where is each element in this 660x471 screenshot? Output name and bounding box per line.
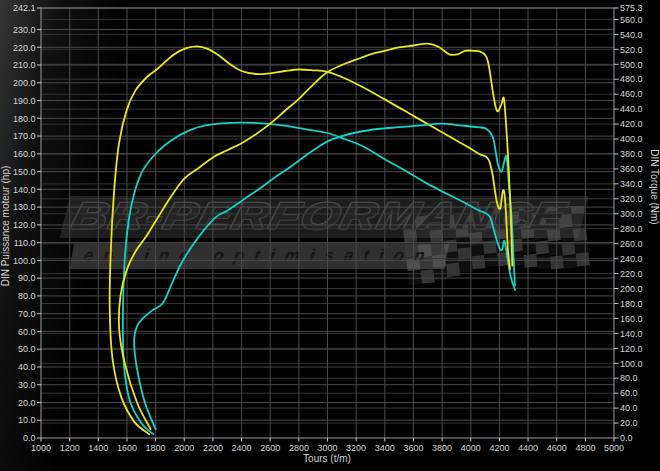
x-tick-label: 4600 bbox=[547, 443, 567, 453]
x-tick-label: 2800 bbox=[289, 443, 309, 453]
x-tick-label: 3400 bbox=[375, 443, 395, 453]
left-tick-label: 0.0 bbox=[23, 433, 36, 443]
right-tick-label: 100.0 bbox=[620, 359, 643, 369]
x-axis-title: Tours (t/m) bbox=[303, 453, 351, 464]
left-tick-label: 160.0 bbox=[13, 149, 36, 159]
right-tick-label: 20.0 bbox=[620, 418, 638, 428]
right-tick-label: 40.0 bbox=[620, 403, 638, 413]
right-tick-label: 260.0 bbox=[620, 239, 643, 249]
right-tick-label: 320.0 bbox=[620, 194, 643, 204]
right-tick-label: 400.0 bbox=[620, 134, 643, 144]
left-tick-label: 110.0 bbox=[14, 238, 36, 248]
right-tick-label: 0.0 bbox=[620, 433, 633, 443]
left-tick-label: 130.0 bbox=[13, 202, 36, 212]
right-tick-label: 480.0 bbox=[620, 74, 643, 84]
x-tick-label: 2600 bbox=[260, 443, 280, 453]
right-tick-label: 440.0 bbox=[620, 104, 643, 114]
right-tick-label: 340.0 bbox=[620, 179, 643, 189]
left-tick-label: 10.0 bbox=[18, 415, 36, 425]
left-axis-title: DIN Puissance moteur (hp) bbox=[0, 166, 11, 287]
right-tick-label: 200.0 bbox=[620, 284, 643, 294]
right-tick-label: 575.3 bbox=[620, 3, 643, 13]
left-tick-label: 210.0 bbox=[13, 60, 36, 70]
right-tick-label: 280.0 bbox=[620, 224, 643, 234]
x-tick-label: 1600 bbox=[117, 443, 137, 453]
left-tick-label: 70.0 bbox=[18, 309, 36, 319]
left-tick-label: 50.0 bbox=[18, 344, 36, 354]
left-tick-label: 230.0 bbox=[13, 25, 36, 35]
left-tick-label: 150.0 bbox=[13, 167, 36, 177]
right-tick-label: 380.0 bbox=[620, 149, 643, 159]
left-tick-label: 220.0 bbox=[13, 43, 36, 53]
x-tick-label: 1200 bbox=[60, 443, 80, 453]
left-tick-label: 170.0 bbox=[13, 131, 36, 141]
right-tick-label: 140.0 bbox=[620, 329, 643, 339]
dyno-curves bbox=[110, 44, 516, 435]
left-tick-label: 90.0 bbox=[18, 273, 36, 283]
x-tick-label: 5000 bbox=[604, 443, 624, 453]
right-tick-label: 500.0 bbox=[620, 60, 643, 70]
x-tick-label: 4200 bbox=[489, 443, 509, 453]
right-tick-label: 80.0 bbox=[620, 373, 638, 383]
x-tick-label: 4800 bbox=[575, 443, 595, 453]
x-tick-label: 2000 bbox=[174, 443, 194, 453]
right-tick-label: 240.0 bbox=[620, 254, 643, 264]
chart-canvas: 242.1230.0220.0210.0200.0190.0180.0170.0… bbox=[0, 0, 660, 471]
left-tick-label: 140.0 bbox=[13, 185, 36, 195]
right-tick-label: 560.0 bbox=[620, 15, 643, 25]
left-tick-label: 60.0 bbox=[18, 327, 36, 337]
right-tick-label: 360.0 bbox=[620, 164, 643, 174]
right-tick-label: 180.0 bbox=[620, 299, 643, 309]
x-tick-label: 3200 bbox=[346, 443, 366, 453]
right-tick-label: 420.0 bbox=[620, 119, 643, 129]
left-tick-label: 100.0 bbox=[13, 256, 36, 266]
stock-power-curve bbox=[134, 124, 515, 430]
right-tick-label: 120.0 bbox=[620, 344, 643, 354]
left-tick-label: 242.1 bbox=[13, 3, 36, 13]
x-tick-label: 4000 bbox=[461, 443, 481, 453]
x-tick-label: 1000 bbox=[31, 443, 51, 453]
x-tick-label: 1800 bbox=[146, 443, 166, 453]
dyno-chart: BR-PERFORMANCE engine optimisation 242.1… bbox=[0, 0, 660, 471]
left-tick-label: 40.0 bbox=[18, 362, 36, 372]
right-tick-label: 520.0 bbox=[620, 45, 643, 55]
tuned-torque-curve bbox=[110, 46, 510, 434]
left-tick-label: 30.0 bbox=[18, 380, 36, 390]
right-tick-label: 160.0 bbox=[620, 314, 643, 324]
left-tick-label: 190.0 bbox=[13, 96, 36, 106]
x-tick-label: 4400 bbox=[518, 443, 538, 453]
right-axis-title: DIN Torque (Nm) bbox=[649, 149, 660, 224]
left-tick-label: 80.0 bbox=[18, 291, 36, 301]
left-tick-label: 120.0 bbox=[13, 220, 36, 230]
x-tick-label: 2400 bbox=[232, 443, 252, 453]
x-tick-label: 3000 bbox=[317, 443, 337, 453]
x-tick-label: 2200 bbox=[203, 443, 223, 453]
left-tick-label: 20.0 bbox=[18, 398, 36, 408]
left-tick-label: 180.0 bbox=[13, 114, 36, 124]
right-tick-label: 60.0 bbox=[620, 388, 638, 398]
x-tick-label: 3800 bbox=[432, 443, 452, 453]
right-tick-label: 220.0 bbox=[620, 269, 643, 279]
x-tick-label: 1400 bbox=[88, 443, 108, 453]
left-tick-label: 200.0 bbox=[13, 78, 36, 88]
right-tick-label: 460.0 bbox=[620, 89, 643, 99]
tuned-power-curve bbox=[119, 44, 512, 429]
right-tick-label: 300.0 bbox=[620, 209, 643, 219]
right-tick-label: 540.0 bbox=[620, 30, 643, 40]
x-tick-label: 3600 bbox=[403, 443, 423, 453]
